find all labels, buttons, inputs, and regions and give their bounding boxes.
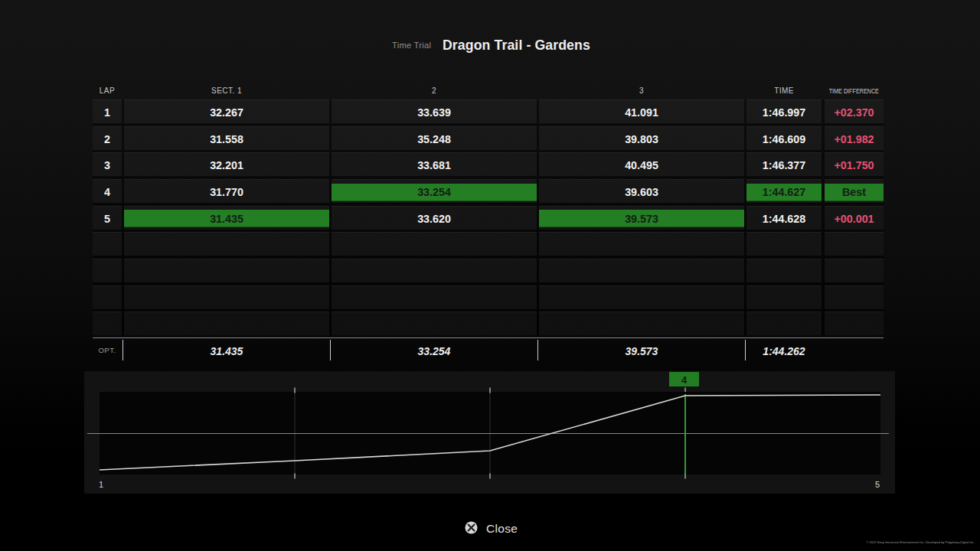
svg-text:5: 5	[875, 480, 880, 489]
svg-text:1: 1	[99, 480, 103, 489]
svg-text:4: 4	[681, 374, 688, 386]
